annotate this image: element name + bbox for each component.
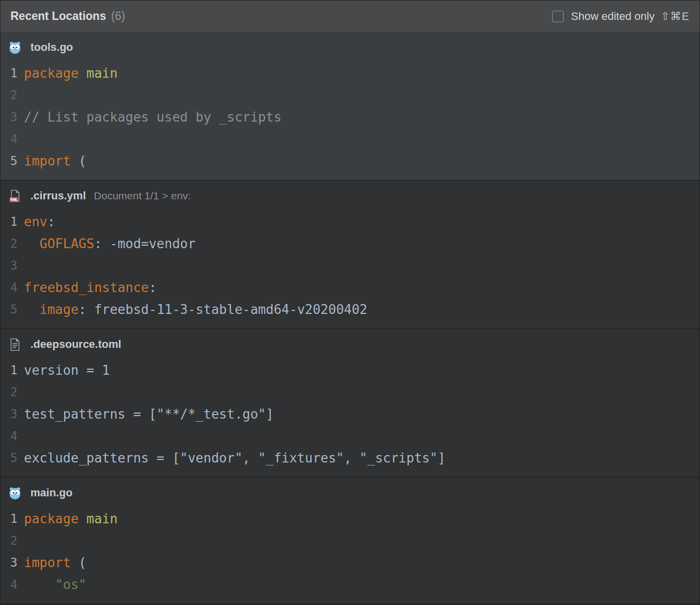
code-line: 1version = 1 [0,359,700,381]
go-gopher-icon [7,41,22,54]
location-count: (6) [111,9,125,23]
code-line: 2 [0,530,700,552]
file-name: tools.go [30,41,73,54]
code-text: "os" [24,577,86,592]
code-line: 5import ( [0,150,700,172]
code-line: 3// List packages used by _scripts [0,106,700,128]
location-section[interactable]: YML.cirrus.ymlDocument 1/1 > env:1env:2 … [0,181,700,329]
code-text: image: freebsd-11-3-stable-amd64-v202004… [24,302,367,317]
line-number: 3 [0,556,17,570]
code-line: 3test_patterns = ["**/*_test.go"] [0,403,700,425]
code-text: GOFLAGS: -mod=vendor [24,236,195,251]
line-number: 2 [0,534,17,548]
file-header-row[interactable]: main.go [0,478,700,508]
code-text: test_patterns = ["**/*_test.go"] [24,407,274,422]
code-line: 2 [0,84,700,106]
line-number: 4 [0,578,17,592]
code-line: 4 [0,128,700,150]
file-name: .cirrus.yml [30,189,86,202]
line-number: 5 [0,302,17,316]
code-line: 1env: [0,211,700,233]
code-line: 5exclude_patterns = ["vendor", "_fixture… [0,447,700,469]
show-edited-only-checkbox[interactable] [552,10,564,22]
svg-text:YML: YML [10,197,18,202]
line-number: 3 [0,407,17,421]
show-edited-only-label[interactable]: Show edited only [571,10,655,23]
code-line: 4 "os" [0,574,700,596]
code-text: import ( [24,153,86,168]
line-number: 2 [0,88,17,102]
code-line: 1package main [0,62,700,84]
location-section[interactable]: tools.go1package main23// List packages … [0,32,700,181]
line-number: 3 [0,259,17,273]
line-number: 3 [0,110,17,124]
location-section[interactable]: .deepsource.toml1version = 123test_patte… [0,329,700,478]
code-line: 3import ( [0,552,700,574]
code-line: 2 GOFLAGS: -mod=vendor [0,233,700,255]
line-number: 2 [0,385,17,399]
show-edited-only-shortcut: ⇧⌘E [661,10,690,23]
code-text: env: [24,214,55,229]
file-name: .deepsource.toml [30,338,121,351]
file-header-row[interactable]: tools.go [0,32,700,62]
code-line: 5 image: freebsd-11-3-stable-amd64-v2020… [0,299,700,320]
popup-header: Recent Locations (6) Show edited only ⇧⌘… [0,0,700,32]
yaml-file-icon: YML [7,189,22,203]
code-line: 2 [0,381,700,403]
line-number: 2 [0,237,17,251]
breadcrumb: Document 1/1 > env: [94,190,190,202]
code-text: version = 1 [24,363,110,378]
code-text: freebsd_instance: [24,280,157,295]
line-number: 1 [0,363,17,377]
line-number: 5 [0,154,17,168]
line-number: 4 [0,281,17,295]
code-text: package main [24,66,118,81]
popup-title: Recent Locations [10,9,106,23]
line-number: 4 [0,132,17,146]
code-text: exclude_patterns = ["vendor", "_fixtures… [24,451,445,465]
code-line: 4freebsd_instance: [0,277,700,299]
recent-locations-popup: Recent Locations (6) Show edited only ⇧⌘… [0,0,700,605]
location-section[interactable]: main.go1package main23import (4 "os" [0,478,700,605]
line-number: 1 [0,512,17,526]
code-line: 4 [0,425,700,447]
text-file-icon [7,338,22,351]
file-name: main.go [30,486,72,499]
location-list: tools.go1package main23// List packages … [0,32,700,605]
line-number: 4 [0,429,17,443]
code-text: package main [24,511,118,526]
file-header-row[interactable]: YML.cirrus.ymlDocument 1/1 > env: [0,181,700,211]
code-text: import ( [24,555,86,570]
go-gopher-icon [7,486,22,499]
code-line: 3 [0,255,700,277]
line-number: 1 [0,66,17,80]
line-number: 1 [0,215,17,229]
code-line: 1package main [0,508,700,530]
file-header-row[interactable]: .deepsource.toml [0,329,700,359]
code-text: // List packages used by _scripts [24,110,282,125]
line-number: 5 [0,451,17,465]
